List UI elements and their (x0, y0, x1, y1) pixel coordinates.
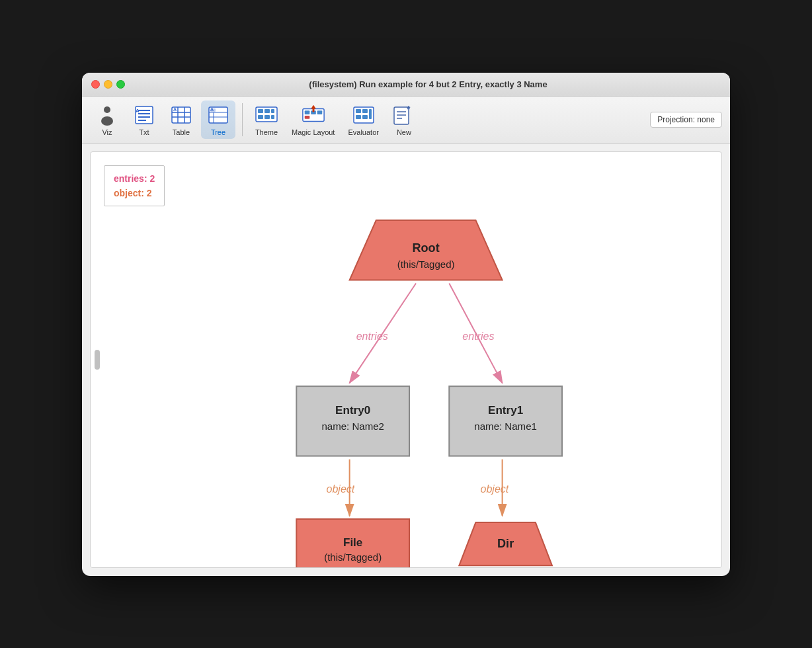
svg-text:A: A (210, 107, 214, 112)
titlebar: (filesystem) Run example for 4 but 2 Ent… (82, 73, 730, 97)
evaluator-icon (352, 103, 376, 127)
txt-icon: A (132, 103, 156, 127)
svg-rect-36 (362, 109, 368, 113)
table-label: Table (173, 128, 190, 136)
theme-label: Theme (255, 128, 278, 136)
svg-rect-30 (317, 110, 322, 114)
txt-button[interactable]: A Txt (127, 101, 161, 139)
close-button[interactable] (91, 80, 100, 89)
svg-text:entries: entries (356, 329, 388, 341)
window-title: (filesystem) Run example for 4 but 2 Ent… (136, 79, 721, 89)
svg-text:object: object (326, 482, 355, 494)
svg-point-0 (104, 106, 110, 113)
svg-rect-35 (356, 109, 361, 113)
svg-point-1 (101, 116, 113, 126)
table-icon: A (169, 103, 193, 127)
main-window: (filesystem) Run example for 4 but 2 Ent… (82, 73, 730, 576)
svg-text:object: object (480, 482, 509, 494)
svg-text:Entry1: Entry1 (488, 404, 524, 417)
diagram-svg: entries entries object object Root (this… (91, 152, 721, 567)
magic-layout-button[interactable]: Magic Layout (286, 101, 340, 139)
magic-layout-icon (302, 103, 325, 127)
toolbar-separator (242, 103, 243, 136)
maximize-button[interactable] (116, 80, 125, 89)
magic-layout-label: Magic Layout (292, 128, 335, 136)
viz-icon (95, 103, 119, 127)
svg-rect-39 (369, 109, 372, 119)
svg-text:Dir: Dir (497, 537, 514, 550)
canvas-area: entries: 2 object: 2 entries entries (90, 151, 722, 568)
svg-text:Entry0: Entry0 (335, 404, 370, 417)
new-icon: * (392, 103, 416, 127)
svg-rect-38 (362, 115, 368, 119)
txt-label: Txt (139, 128, 149, 136)
svg-text:A: A (136, 108, 140, 114)
evaluator-button[interactable]: Evaluator (343, 101, 384, 139)
svg-text:Root: Root (413, 241, 440, 255)
new-button[interactable]: * New (387, 101, 421, 139)
svg-rect-23 (258, 115, 263, 119)
viz-button[interactable]: Viz (90, 101, 124, 139)
svg-rect-22 (264, 109, 270, 113)
svg-rect-26 (271, 115, 274, 119)
projection-badge[interactable]: Projection: none (650, 112, 722, 128)
traffic-lights (91, 80, 125, 89)
svg-text:A: A (173, 107, 177, 112)
svg-text:name: Name1: name: Name1 (474, 421, 537, 432)
tree-button[interactable]: A Tree (201, 101, 235, 139)
svg-rect-25 (271, 109, 274, 113)
new-label: New (397, 128, 411, 136)
tree-icon: A (206, 103, 230, 127)
minimize-button[interactable] (104, 80, 112, 89)
table-button[interactable]: A Table (164, 101, 198, 139)
svg-rect-33 (312, 108, 314, 112)
viz-label: Viz (102, 128, 112, 136)
svg-text:(this/Tagged): (this/Tagged) (324, 551, 382, 563)
theme-icon (255, 103, 278, 127)
tree-label: Tree (211, 128, 225, 136)
svg-text:File: File (343, 536, 362, 549)
toolbar: Viz A Txt (82, 97, 730, 143)
svg-text:*: * (407, 104, 411, 114)
svg-text:(this/Tagged): (this/Tagged) (397, 259, 455, 270)
svg-rect-28 (304, 110, 309, 114)
svg-rect-37 (356, 115, 361, 119)
evaluator-label: Evaluator (348, 128, 378, 136)
svg-rect-24 (264, 115, 270, 119)
svg-text:entries: entries (462, 329, 494, 341)
svg-text:name: Name2: name: Name2 (321, 421, 384, 432)
svg-rect-21 (258, 109, 263, 113)
svg-rect-31 (304, 115, 309, 118)
theme-button[interactable]: Theme (249, 101, 284, 139)
